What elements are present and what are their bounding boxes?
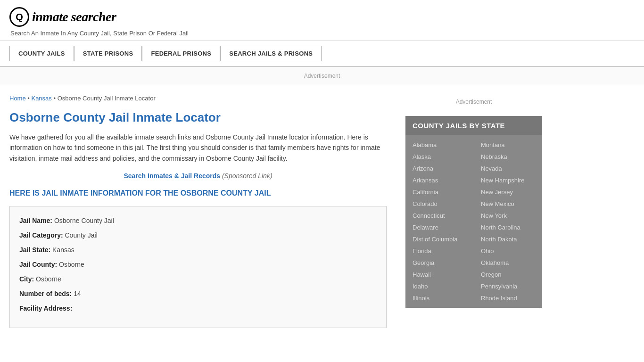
search-jails-nav[interactable]: SEARCH JAILS & PRISONS xyxy=(220,46,322,61)
state-link[interactable]: Alabama xyxy=(405,139,474,151)
state-link[interactable]: Hawaii xyxy=(405,269,474,280)
states-col2: MontanaNebraskaNevadaNew HampshireNew Je… xyxy=(474,139,542,304)
state-link[interactable]: Oklahoma xyxy=(474,257,542,269)
sponsored-tag: (Sponsored Link) xyxy=(222,172,272,180)
sponsored-link-area: Search Inmates & Jail Records (Sponsored… xyxy=(9,172,387,180)
state-link[interactable]: New Jersey xyxy=(474,186,542,198)
jail-county-label: Jail County: xyxy=(19,261,57,268)
state-link[interactable]: Colorado xyxy=(405,198,474,210)
jail-category-label: Jail Category: xyxy=(19,231,63,239)
jail-category-value: County Jail xyxy=(65,231,97,239)
jail-state-label: Jail State: xyxy=(19,246,50,254)
jail-city-row: City: Osborne xyxy=(19,274,377,284)
state-link[interactable]: Illinois xyxy=(405,292,474,304)
header: Q inmate searcher Search An Inmate In An… xyxy=(0,0,644,41)
logo-text: inmate searcher xyxy=(32,9,116,25)
jail-city-label: City: xyxy=(19,275,34,283)
jail-name-row: Jail Name: Osborne County Jail xyxy=(19,216,377,226)
jail-category-row: Jail Category: County Jail xyxy=(19,230,377,240)
jail-beds-label: Number of beds: xyxy=(19,290,72,297)
jail-beds-row: Number of beds: 14 xyxy=(19,289,377,299)
nav-bar: COUNTY JAILS STATE PRISONS FEDERAL PRISO… xyxy=(0,41,644,67)
federal-prisons-nav[interactable]: FEDERAL PRISONS xyxy=(142,46,220,61)
state-link[interactable]: Nebraska xyxy=(474,151,542,163)
state-link[interactable]: Dist.of Columbia xyxy=(405,233,474,245)
state-link[interactable]: Pennsylvania xyxy=(474,280,542,292)
section-heading: HERE IS JAIL INMATE INFORMATION FOR THE … xyxy=(9,189,387,197)
body-text: We have gathered for you all the availab… xyxy=(9,132,387,164)
state-link[interactable]: Arkansas xyxy=(405,174,474,186)
state-link[interactable]: Oregon xyxy=(474,269,542,280)
state-link[interactable]: Idaho xyxy=(405,280,474,292)
jail-address-label: Facility Address: xyxy=(19,304,72,312)
state-link[interactable]: North Dakota xyxy=(474,233,542,245)
county-jails-box: COUNTY JAILS BY STATE AlabamaAlaskaArizo… xyxy=(405,116,542,308)
sponsored-link[interactable]: Search Inmates & Jail Records xyxy=(124,172,220,180)
jail-name-label: Jail Name: xyxy=(19,217,52,224)
jail-address-row: Facility Address: xyxy=(19,304,377,313)
states-col1: AlabamaAlaskaArizonaArkansasCaliforniaCo… xyxy=(405,139,474,304)
jail-state-value: Kansas xyxy=(52,246,74,254)
state-link[interactable]: Nevada xyxy=(474,163,542,174)
jail-info-box: Jail Name: Osborne County Jail Jail Cate… xyxy=(9,206,387,328)
content-area: Home • Kansas • Osborne County Jail Inma… xyxy=(9,85,396,347)
jail-county-row: Jail County: Osborne xyxy=(19,260,377,270)
jail-city-value: Osborne xyxy=(36,275,61,283)
ad-top-banner: Advertisement xyxy=(0,67,644,85)
county-jails-nav[interactable]: COUNTY JAILS xyxy=(9,46,74,61)
state-prisons-nav[interactable]: STATE PRISONS xyxy=(74,46,142,61)
states-grid: AlabamaAlaskaArizonaArkansasCaliforniaCo… xyxy=(405,135,542,308)
state-link[interactable]: North Carolina xyxy=(474,222,542,233)
main-layout: Home • Kansas • Osborne County Jail Inma… xyxy=(0,85,613,347)
jail-name-value: Osborne County Jail xyxy=(54,217,114,224)
sidebar: Advertisement COUNTY JAILS BY STATE Alab… xyxy=(396,85,542,347)
state-link[interactable]: Florida xyxy=(405,245,474,257)
county-jails-header: COUNTY JAILS BY STATE xyxy=(405,116,542,135)
logo-area: Q inmate searcher xyxy=(9,7,635,27)
breadcrumb-home[interactable]: Home xyxy=(9,95,26,102)
jail-state-row: Jail State: Kansas xyxy=(19,245,377,255)
state-link[interactable]: Ohio xyxy=(474,245,542,257)
state-link[interactable]: Alaska xyxy=(405,151,474,163)
state-link[interactable]: Arizona xyxy=(405,163,474,174)
state-link[interactable]: Delaware xyxy=(405,222,474,233)
jail-county-value: Osborne xyxy=(59,261,84,268)
state-link[interactable]: Montana xyxy=(474,139,542,151)
state-link[interactable]: New Hampshire xyxy=(474,174,542,186)
state-link[interactable]: Georgia xyxy=(405,257,474,269)
breadcrumb-state[interactable]: Kansas xyxy=(31,95,51,102)
state-link[interactable]: California xyxy=(405,186,474,198)
state-link[interactable]: New York xyxy=(474,210,542,222)
jail-beds-value: 14 xyxy=(74,290,81,297)
logo-icon: Q xyxy=(9,7,29,27)
tagline: Search An Inmate In Any County Jail, Sta… xyxy=(10,30,635,37)
breadcrumb-current: Osborne County Jail Inmate Locator xyxy=(58,95,156,102)
sidebar-ad: Advertisement xyxy=(405,95,542,109)
page-title: Osborne County Jail Inmate Locator xyxy=(9,110,387,125)
breadcrumb: Home • Kansas • Osborne County Jail Inma… xyxy=(9,95,387,102)
state-link[interactable]: New Mexico xyxy=(474,198,542,210)
state-link[interactable]: Rhode Island xyxy=(474,292,542,304)
state-link[interactable]: Connecticut xyxy=(405,210,474,222)
